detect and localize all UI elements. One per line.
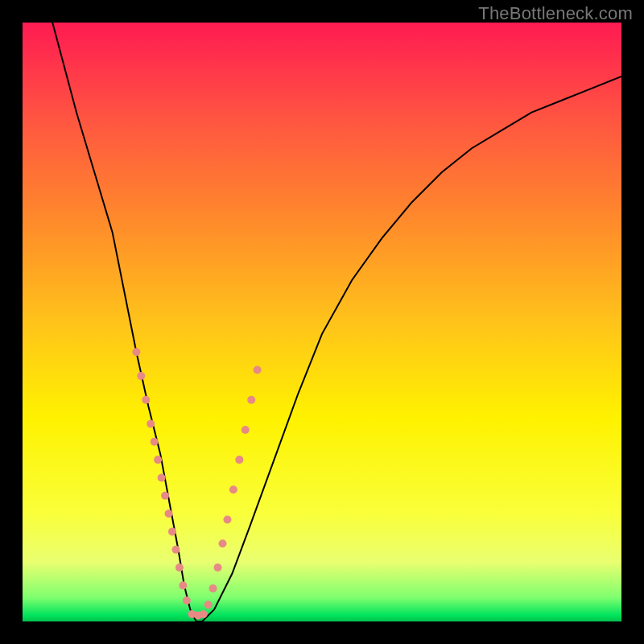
annotation-dot <box>242 426 250 434</box>
annotation-dot <box>147 419 155 427</box>
watermark-text: TheBottleneck.com <box>478 3 633 24</box>
curve-layer <box>23 23 621 621</box>
annotation-dot <box>179 581 187 589</box>
annotation-dot <box>247 396 255 404</box>
annotation-dot <box>183 597 191 605</box>
annotation-dot <box>132 348 140 356</box>
annotation-dot <box>223 516 231 524</box>
annotation-dot <box>154 456 162 464</box>
annotation-dot <box>165 510 173 518</box>
annotation-dot <box>235 456 243 464</box>
chart-frame: TheBottleneck.com <box>0 0 644 644</box>
annotation-dot <box>168 527 176 535</box>
annotation-dot <box>171 546 180 554</box>
annotation-dot <box>175 564 184 572</box>
annotation-dot <box>161 492 169 500</box>
annotation-dot <box>209 584 217 592</box>
annotation-dot <box>142 396 150 404</box>
annotation-dot <box>200 610 208 618</box>
annotation-dot <box>218 539 226 547</box>
bottleneck-curve <box>52 23 621 621</box>
annotation-dot <box>158 473 166 481</box>
annotation-dot <box>137 372 145 380</box>
plot-area <box>23 23 621 621</box>
annotation-dot <box>151 438 159 446</box>
annotation-dot <box>254 366 262 374</box>
annotation-dot <box>229 485 237 493</box>
annotation-dot <box>214 564 222 572</box>
annotation-dot <box>204 601 213 609</box>
